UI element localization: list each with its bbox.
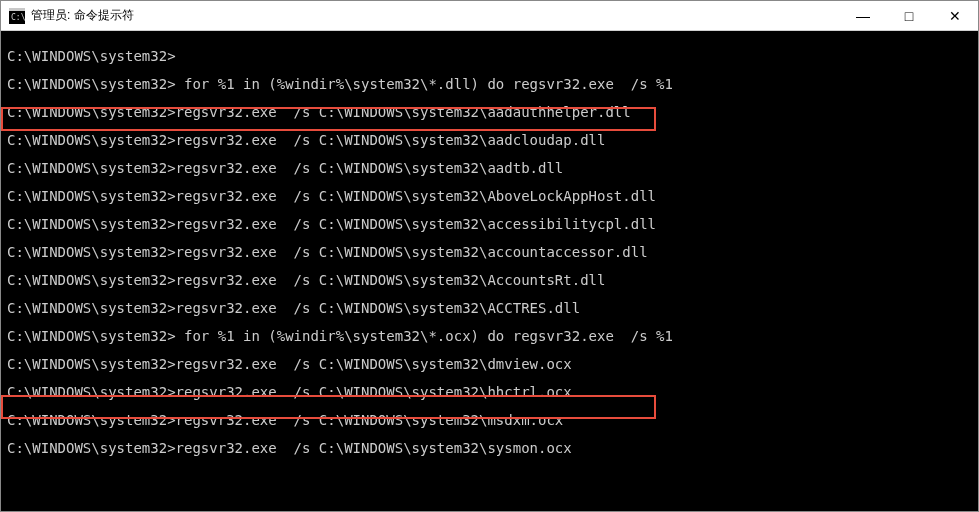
svg-text:C:\: C:\ [11, 13, 25, 22]
svg-rect-1 [9, 8, 25, 11]
console-line: C:\WINDOWS\system32>regsvr32.exe /s C:\W… [7, 161, 978, 175]
console-line: C:\WINDOWS\system32>regsvr32.exe /s C:\W… [7, 357, 978, 371]
titlebar[interactable]: C:\ 管理员: 命令提示符 — □ ✕ [1, 1, 978, 31]
minimize-icon: — [856, 8, 870, 24]
maximize-icon: □ [905, 8, 913, 24]
console-line: C:\WINDOWS\system32>regsvr32.exe /s C:\W… [7, 441, 978, 455]
console-line: C:\WINDOWS\system32> for %1 in (%windir%… [7, 77, 978, 91]
minimize-button[interactable]: — [840, 1, 886, 31]
close-button[interactable]: ✕ [932, 1, 978, 31]
close-icon: ✕ [949, 8, 961, 24]
console-area[interactable]: C:\WINDOWS\system32> C:\WINDOWS\system32… [1, 31, 978, 511]
console-line: C:\WINDOWS\system32>regsvr32.exe /s C:\W… [7, 273, 978, 287]
console-line: C:\WINDOWS\system32>regsvr32.exe /s C:\W… [7, 413, 978, 427]
console-line: C:\WINDOWS\system32>regsvr32.exe /s C:\W… [7, 105, 978, 119]
cmd-window: C:\ 管理员: 命令提示符 — □ ✕ C:\WINDOWS\system32… [0, 0, 979, 512]
cmd-icon: C:\ [9, 8, 25, 24]
console-line: C:\WINDOWS\system32> for %1 in (%windir%… [7, 329, 978, 343]
console-line: C:\WINDOWS\system32>regsvr32.exe /s C:\W… [7, 245, 978, 259]
console-line: C:\WINDOWS\system32> [7, 49, 978, 63]
console-line: C:\WINDOWS\system32>regsvr32.exe /s C:\W… [7, 301, 978, 315]
console-line: C:\WINDOWS\system32>regsvr32.exe /s C:\W… [7, 217, 978, 231]
console-line: C:\WINDOWS\system32>regsvr32.exe /s C:\W… [7, 385, 978, 399]
console-line: C:\WINDOWS\system32>regsvr32.exe /s C:\W… [7, 133, 978, 147]
window-title: 管理员: 命令提示符 [31, 7, 134, 24]
console-line: C:\WINDOWS\system32>regsvr32.exe /s C:\W… [7, 189, 978, 203]
maximize-button[interactable]: □ [886, 1, 932, 31]
